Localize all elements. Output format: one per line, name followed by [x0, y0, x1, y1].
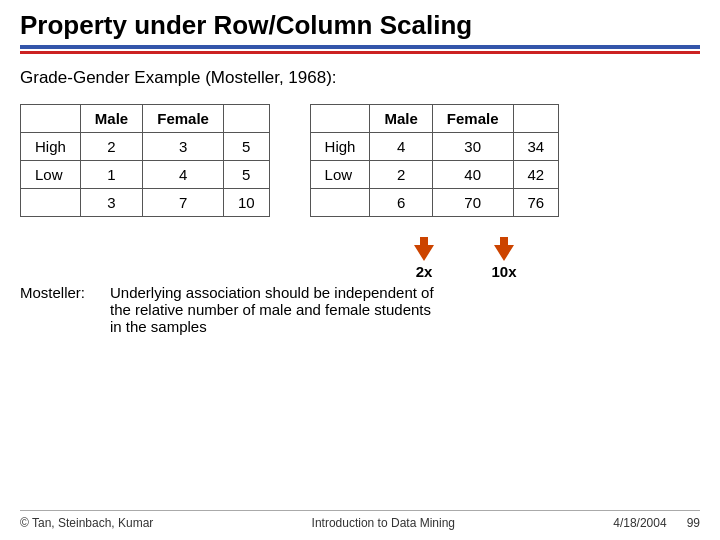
table1-r2c1: 3 — [80, 189, 142, 217]
table1-row2: 3 7 10 — [21, 189, 270, 217]
page-title: Property under Row/Column Scaling — [20, 10, 700, 41]
arrow1-label: 2x — [416, 263, 433, 280]
table2-r2c1: 6 — [370, 189, 432, 217]
table1: Male Female High 2 3 5 Low 1 4 5 — [20, 104, 270, 217]
subtitle: Grade-Gender Example (Mosteller, 1968): — [20, 68, 700, 88]
table1-r1c1: 1 — [80, 161, 142, 189]
table1-r2c0 — [21, 189, 81, 217]
table2-r1c0: Low — [310, 161, 370, 189]
table2-r1c1: 2 — [370, 161, 432, 189]
table2-r0c2: 30 — [432, 133, 513, 161]
footer-date: 4/18/2004 — [613, 516, 666, 530]
table2-header-row: Male Female — [310, 105, 559, 133]
table1-r1c3: 5 — [223, 161, 269, 189]
table1-r0c2: 3 — [143, 133, 224, 161]
table1-r0c1: 2 — [80, 133, 142, 161]
table1-r0c0: High — [21, 133, 81, 161]
table1-r1c2: 4 — [143, 161, 224, 189]
table1-row1: Low 1 4 5 — [21, 161, 270, 189]
table1-header-row: Male Female — [21, 105, 270, 133]
footer: © Tan, Steinbach, Kumar Introduction to … — [20, 510, 700, 530]
divider-red — [20, 51, 700, 54]
table2: Male Female High 4 30 34 Low 2 40 42 — [310, 104, 560, 217]
table2-h2: Female — [432, 105, 513, 133]
svg-marker-0 — [414, 237, 434, 261]
table1-r0c3: 5 — [223, 133, 269, 161]
footer-right: 4/18/2004 99 — [613, 516, 700, 530]
tables-row: Male Female High 2 3 5 Low 1 4 5 — [20, 104, 700, 217]
table1-r1c0: Low — [21, 161, 81, 189]
divider-blue — [20, 45, 700, 49]
arrow2-col: 10x — [490, 235, 518, 280]
table2-r0c1: 4 — [370, 133, 432, 161]
arrow1-col: 2x — [410, 235, 438, 280]
table2-row1: Low 2 40 42 — [310, 161, 559, 189]
table2-r0c0: High — [310, 133, 370, 161]
table2-r1c2: 40 — [432, 161, 513, 189]
table2-row0: High 4 30 34 — [310, 133, 559, 161]
table2-r1c3: 42 — [513, 161, 559, 189]
footer-center: Introduction to Data Mining — [312, 516, 455, 530]
table2-h3 — [513, 105, 559, 133]
table2-r2c0 — [310, 189, 370, 217]
table2-r2c2: 70 — [432, 189, 513, 217]
table1-row0: High 2 3 5 — [21, 133, 270, 161]
arrow2-label: 10x — [491, 263, 516, 280]
table2-r2c3: 76 — [513, 189, 559, 217]
table2-r0c3: 34 — [513, 133, 559, 161]
table2-row2: 6 70 76 — [310, 189, 559, 217]
table1-h3 — [223, 105, 269, 133]
arrow1-icon — [410, 235, 438, 263]
svg-marker-1 — [494, 237, 514, 261]
mosteller-block: Mosteller: Underlying association should… — [20, 284, 700, 335]
table2-h1: Male — [370, 105, 432, 133]
mosteller-label: Mosteller: — [20, 284, 110, 335]
table1-h0 — [21, 105, 81, 133]
table1-r2c3: 10 — [223, 189, 269, 217]
table1-h1: Male — [80, 105, 142, 133]
table1-r2c2: 7 — [143, 189, 224, 217]
footer-left: © Tan, Steinbach, Kumar — [20, 516, 153, 530]
arrow2-icon — [490, 235, 518, 263]
table1-h2: Female — [143, 105, 224, 133]
page: Property under Row/Column Scaling Grade-… — [0, 0, 720, 540]
table2-h0 — [310, 105, 370, 133]
footer-page: 99 — [687, 516, 700, 530]
mosteller-text: Underlying association should be indepen… — [110, 284, 434, 335]
